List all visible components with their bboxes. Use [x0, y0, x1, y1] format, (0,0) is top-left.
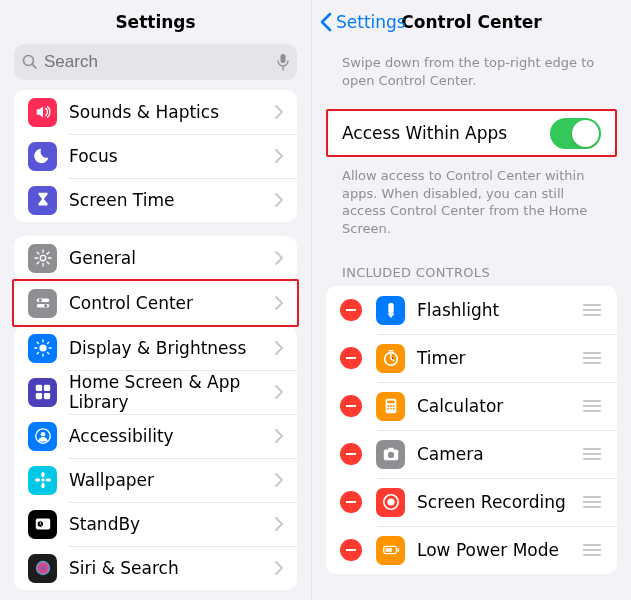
siri-icon — [28, 554, 57, 583]
svg-point-3 — [40, 255, 45, 260]
control-label: Calculator — [417, 396, 581, 416]
chevron-right-icon — [275, 193, 283, 207]
svg-rect-4 — [36, 299, 49, 303]
svg-point-31 — [390, 408, 392, 410]
row-label: Screen Time — [69, 190, 275, 210]
remove-button[interactable] — [340, 539, 362, 561]
svg-point-32 — [392, 408, 394, 410]
svg-rect-39 — [397, 548, 399, 552]
row-label: General — [69, 248, 275, 268]
control-label: Timer — [417, 348, 581, 368]
settings-row-display-brightness[interactable]: Display & Brightness — [14, 326, 297, 370]
row-label: Control Center — [69, 293, 275, 313]
remove-button[interactable] — [340, 395, 362, 417]
chevron-right-icon — [275, 473, 283, 487]
settings-row-wallpaper[interactable]: Wallpaper — [14, 458, 297, 502]
svg-rect-12 — [43, 393, 49, 399]
left-header: Settings — [0, 0, 311, 44]
rec-icon — [376, 488, 405, 517]
row-label: Accessibility — [69, 426, 275, 446]
svg-rect-11 — [35, 393, 41, 399]
control-row-flashlight: Flashlight — [326, 286, 617, 334]
svg-point-6 — [38, 299, 41, 302]
svg-point-34 — [387, 452, 393, 458]
svg-point-28 — [390, 405, 392, 407]
settings-row-accessibility[interactable]: Accessibility — [14, 414, 297, 458]
control-row-low-power-mode: Low Power Mode — [326, 526, 617, 574]
access-desc: Allow access to Control Center within ap… — [312, 157, 631, 247]
back-button[interactable]: Settings — [312, 12, 406, 32]
access-toggle[interactable] — [550, 118, 601, 149]
person-icon — [28, 422, 57, 451]
svg-point-7 — [44, 304, 47, 307]
settings-row-sounds-haptics[interactable]: Sounds & Haptics — [14, 90, 297, 134]
drag-handle-icon[interactable] — [581, 544, 603, 556]
svg-rect-40 — [385, 548, 391, 552]
mic-icon[interactable] — [277, 53, 289, 71]
back-label: Settings — [336, 12, 406, 32]
control-label: Camera — [417, 444, 581, 464]
chevron-right-icon — [275, 429, 283, 443]
settings-row-siri-search[interactable]: Siri & Search — [14, 546, 297, 590]
search-input[interactable] — [44, 52, 277, 72]
timer-icon — [376, 344, 405, 373]
remove-button[interactable] — [340, 443, 362, 465]
remove-button[interactable] — [340, 347, 362, 369]
chevron-left-icon — [320, 12, 332, 32]
svg-point-19 — [45, 478, 50, 482]
speaker-icon — [28, 98, 57, 127]
row-label: Focus — [69, 146, 275, 166]
settings-group-1: Sounds & Haptics Focus Screen Time — [14, 90, 297, 222]
flower-icon — [28, 466, 57, 495]
sliders-icon — [28, 289, 57, 318]
search-icon — [22, 54, 38, 70]
svg-rect-10 — [43, 385, 49, 391]
settings-row-general[interactable]: General — [14, 236, 297, 280]
drag-handle-icon[interactable] — [581, 400, 603, 412]
battery-icon — [376, 536, 405, 565]
remove-button[interactable] — [340, 299, 362, 321]
svg-point-29 — [392, 405, 394, 407]
drag-handle-icon[interactable] — [581, 352, 603, 364]
chevron-right-icon — [275, 561, 283, 575]
calc-icon — [376, 392, 405, 421]
svg-rect-23 — [388, 303, 393, 314]
remove-button[interactable] — [340, 491, 362, 513]
control-row-calculator: Calculator — [326, 382, 617, 430]
control-label: Flashlight — [417, 300, 581, 320]
camera-icon — [376, 440, 405, 469]
drag-handle-icon[interactable] — [581, 304, 603, 316]
control-label: Low Power Mode — [417, 540, 581, 560]
settings-row-home-screen-app-library[interactable]: Home Screen & App Library — [14, 370, 297, 414]
control-row-timer: Timer — [326, 334, 617, 382]
settings-row-standby[interactable]: StandBy — [14, 502, 297, 546]
drag-handle-icon[interactable] — [581, 448, 603, 460]
control-row-camera: Camera — [326, 430, 617, 478]
row-label: Wallpaper — [69, 470, 275, 490]
search-field[interactable] — [14, 44, 297, 80]
row-label: Sounds & Haptics — [69, 102, 275, 122]
svg-point-18 — [34, 478, 39, 482]
settings-row-control-center[interactable]: Control Center — [14, 281, 297, 325]
svg-rect-35 — [388, 448, 393, 451]
svg-point-22 — [35, 561, 49, 575]
grid-icon — [28, 378, 57, 407]
svg-point-8 — [39, 344, 46, 351]
chevron-right-icon — [275, 149, 283, 163]
drag-handle-icon[interactable] — [581, 496, 603, 508]
clock-icon — [28, 510, 57, 539]
chevron-right-icon — [275, 517, 283, 531]
hourglass-icon — [28, 186, 57, 215]
access-label: Access Within Apps — [342, 123, 550, 143]
chevron-right-icon — [275, 105, 283, 119]
access-within-apps-row: Access Within Apps — [328, 111, 615, 155]
settings-row-focus[interactable]: Focus — [14, 134, 297, 178]
svg-point-37 — [387, 499, 394, 506]
svg-rect-9 — [35, 385, 41, 391]
right-header: Settings Control Center — [312, 0, 631, 44]
settings-row-screen-time[interactable]: Screen Time — [14, 178, 297, 222]
row-label: Home Screen & App Library — [69, 372, 275, 412]
moon-icon — [28, 142, 57, 171]
chevron-right-icon — [275, 296, 283, 310]
settings-group-2b: Display & Brightness Home Screen & App L… — [14, 326, 297, 590]
